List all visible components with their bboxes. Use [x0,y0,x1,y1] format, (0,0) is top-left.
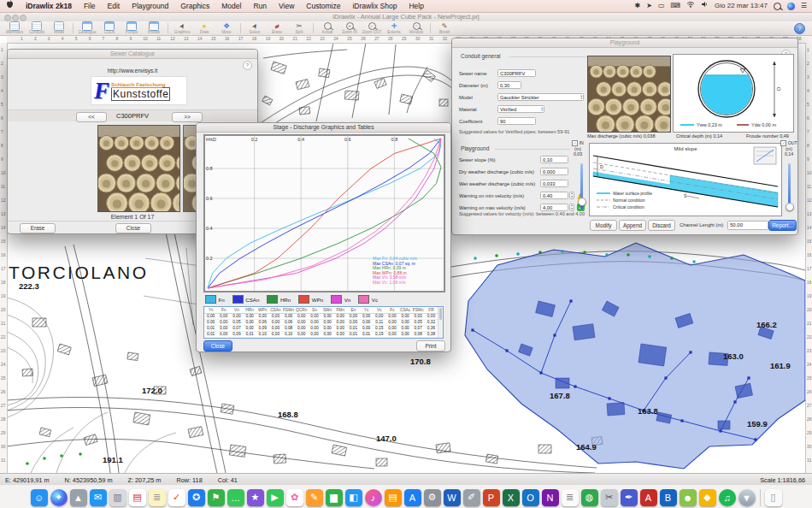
dock-autocad-icon[interactable]: A [640,489,657,506]
table-cell[interactable]: 0,00 [385,331,398,338]
out-checkbox[interactable]: ✓ [780,140,786,146]
toolbar-window-button[interactable]: ▫Window [405,21,427,35]
prev-element-button[interactable]: << [76,112,107,122]
toolbar-areas-button[interactable]: Areas [48,21,70,35]
dock-idrawlix-icon[interactable]: ◍ [581,489,598,506]
discard-button[interactable]: Discard [648,220,675,231]
table-cell[interactable]: 0,08 [412,331,425,338]
toolbar-erase-button[interactable]: ▰Erase [266,21,288,35]
in-slider-thumb[interactable] [578,198,586,206]
append-button[interactable]: Append [619,220,646,231]
dock-pages-icon[interactable]: ✎ [306,489,323,506]
dock-downloads-icon[interactable]: ▼ [738,489,756,506]
modify-button[interactable]: Modify [590,220,617,231]
dock-spotify-icon[interactable]: ♫ [719,489,736,506]
sewer-catalogue-title-bar[interactable]: Sewer Catalogue [8,50,257,59]
next-element-button[interactable]: >> [172,112,203,122]
notification-center-icon[interactable]: ☰ [801,0,807,12]
ink-icon[interactable]: ✱ [635,0,641,12]
dock-siri-icon[interactable]: ✦ [50,489,68,506]
toolbar-split-button[interactable]: ✂Split [288,21,310,35]
toolbar-zoom-out-button[interactable]: −Zoom OUT [361,21,383,35]
toolbar-extents-button[interactable]: ✛Extents [383,21,405,35]
dock-keynote-icon[interactable]: ◧ [345,489,362,506]
erase-button[interactable]: Erase [20,223,56,233]
dock-trash-icon[interactable]: ▯ [765,489,782,506]
stepper-arrows[interactable]: ▴▾ [569,192,574,199]
playground-title-bar[interactable]: Playground [452,38,797,48]
out-slider-thumb[interactable] [786,203,794,211]
dock-launchpad-icon[interactable]: ▲ [70,489,87,506]
table-cell[interactable]: 0,38 [425,331,438,338]
menu-item-idrawlix-shop[interactable]: iDrawlix Shop [346,0,403,12]
table-cell[interactable]: 0,01 [204,331,217,338]
toolbar-draw-button[interactable]: ●Draw [193,21,215,35]
table-cell[interactable]: 0,01 [360,331,373,338]
dock-powerpoint-icon[interactable]: P [483,489,500,506]
sewer-slope--field[interactable]: 0,10 [540,156,568,163]
menu-item-edit[interactable]: Edit [102,0,127,12]
dock-android-icon[interactable]: ☻ [680,489,697,506]
dock-facetime-icon[interactable]: ▶ [267,489,284,506]
table-cell[interactable]: 0,00 [308,331,321,338]
menu-item-model[interactable]: Model [215,0,247,12]
table-cell[interactable]: 0,01 [347,331,360,338]
select-arrows-icon[interactable]: ▴▾ [541,107,543,113]
dock-excel-icon[interactable]: X [503,489,520,506]
toolbar-csos-button[interactable]: CSOs [98,21,121,35]
toolbar-manholes-button[interactable]: Manholes [3,21,26,35]
table-cell[interactable]: 0,00 [217,331,230,338]
dock-word-icon[interactable]: W [444,489,461,506]
table-cell[interactable]: 0,00 [269,331,282,338]
toolbar-conduits-button[interactable]: Conduits [26,21,48,35]
siri-icon[interactable] [787,3,795,10]
coefficient-field[interactable]: 90 [497,117,536,125]
table-cell[interactable]: 0,00 [321,331,334,338]
table-cell[interactable]: 0,09 [230,331,243,338]
dock-photos-icon[interactable]: ✿ [286,489,303,506]
dock-contacts-icon[interactable]: ▥ [109,489,127,506]
dock-mail-icon[interactable]: ✉ [90,489,107,506]
dock-textedit-icon[interactable]: ≣ [562,489,579,506]
menu-item-customize[interactable]: Customize [300,0,346,12]
toolbar-move-button[interactable]: ✥Move [215,21,238,35]
dock-maps-icon[interactable]: ⚑ [208,489,225,506]
menu-item-file[interactable]: File [78,0,102,12]
table-cell[interactable]: 0,00 [399,331,412,338]
in-checkbox[interactable]: ✓ [572,140,578,146]
dock-itunes-icon[interactable]: ♪ [365,489,382,506]
dock-star-app-icon[interactable]: ★ [247,489,264,506]
stage-close-button[interactable]: Close [203,340,232,351]
model-field[interactable]: Gauckler Strickler▴▾ [497,93,584,101]
wifi-icon[interactable] [686,0,695,12]
dock-books-icon[interactable]: ▤ [385,489,402,506]
table-cell[interactable]: 0,01 [244,331,256,338]
toolbar-pumps-button[interactable]: Pumps [121,21,143,35]
toolbar-help-button[interactable]: ? [794,23,805,34]
menu-item-graphics[interactable]: Graphics [174,0,215,12]
catchment-polygon[interactable] [465,243,805,469]
close-button[interactable]: Close [115,223,151,233]
dock-reminders-icon[interactable]: ✓ [168,489,185,506]
diameter-m--field[interactable]: 0,30 [497,81,521,89]
dock-notes-icon[interactable]: ≣ [149,489,166,506]
warning-on-max-velocity-m-s--field[interactable]: 4,00 [540,204,568,211]
toolbar-zoom-in-button[interactable]: +Zoom IN [338,21,361,35]
toolbar-select-button[interactable]: ➤Select [244,21,266,35]
dock-utility-app-icon[interactable]: ✂ [601,489,618,506]
warning-on-min-velocity-m-s--field[interactable]: 0,40 [540,192,568,199]
toolbar-actual-button[interactable]: Actual [316,21,338,35]
select-arrows-icon[interactable]: ▴▾ [580,95,582,101]
catalogue-url-link[interactable]: http://www.envisys.it [8,68,257,74]
menu-item-run[interactable]: Run [247,0,273,12]
stage-title-bar[interactable]: Stage - Discharge Graphics and Tables [197,123,450,133]
menu-item-app-name[interactable]: iDrawlix 2k18 [20,0,78,12]
print-button[interactable]: Print [416,340,445,351]
report-button[interactable]: Report... [768,220,797,231]
dock-onenote-icon[interactable]: N [542,489,559,506]
table-cell[interactable]: 0,00 [334,331,347,338]
channel-length-field[interactable]: 50,00 [727,221,768,230]
spotlight-icon[interactable] [774,3,781,10]
dock-sketch-icon[interactable]: ◆ [699,489,716,506]
material-field[interactable]: Vitrified▴▾ [497,105,544,113]
